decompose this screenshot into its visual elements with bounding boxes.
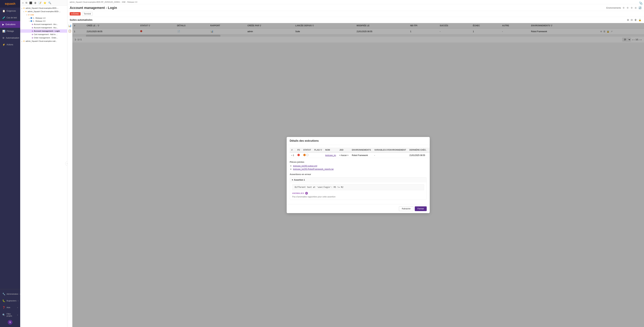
anomalies-label: ANOMALIES + <box>292 192 424 195</box>
pieces-jointes-section: Pièces jointes testcase_ko[35]-output.xm… <box>290 161 427 170</box>
tree-item-root2[interactable]: ▸ ★ admin_Squash Cloud-examples-BDD-... <box>20 10 67 13</box>
env-bar-label: Environnements <box>606 7 621 9</box>
tree-copy-button[interactable]: ⧉ <box>25 1 28 5</box>
tree-toolbar: + ⧉ ⬛ 🗑 📝 ⭐ 🔍 <box>20 0 67 6</box>
suites-delete-button[interactable]: 🗑 <box>634 18 637 22</box>
exec-col-jdd[interactable]: JDD <box>338 148 350 152</box>
sidebar-item-automatisation[interactable]: ⚙ Automatisation › <box>0 35 20 41</box>
exec-col-pj[interactable]: PJ <box>296 148 302 152</box>
sidebar-item-executions[interactable]: ▶ Exécutions <box>0 21 20 28</box>
tree-label-release20: 1 - Release 2.0 <box>33 20 46 22</box>
tree-item-release20[interactable]: ▾ 1 - Release 2.0 <box>20 20 67 23</box>
strip-icon-2[interactable]: 📋 <box>68 29 72 33</box>
page-header: Account management - Login Environnement… <box>67 4 644 11</box>
pilotage-icon: 📊 <box>2 30 5 33</box>
tree-search-button[interactable]: 🔍 <box>48 1 52 5</box>
sidebar-item-exigences[interactable]: 📋 Exigences <box>0 8 20 14</box>
modal-overlay: Détails des exécutions # PJ S <box>72 23 644 327</box>
tree-star-button[interactable]: ⭐ <box>43 1 47 5</box>
iter-icon-order: ◈ <box>32 37 33 39</box>
icon-strip: 📊 📋 <box>67 23 72 327</box>
sidebar-label-exigences: Exigences <box>6 10 16 12</box>
cycle-icon-r20 <box>30 20 32 22</box>
tree-item-cart[interactable]: ◈ Cart management - Add to ... <box>20 33 67 36</box>
tree-item-root3[interactable]: ▸ ★ admin_Squash Cloud-examples-nati... <box>20 40 67 43</box>
sidebar-item-cas-de-test[interactable]: 🧪 Cas de test <box>0 14 20 21</box>
tree-item-root1[interactable]: ▸ ★ admin_Squash Cloud-examples-BDD-... <box>20 7 67 10</box>
sidebar-item-actions[interactable]: ⚡ Actions <box>0 41 20 48</box>
iter-icon-1: ◈ <box>32 23 33 26</box>
logo: squash <box>0 0 20 8</box>
exec-col-env[interactable]: ENVIRONNEMENTS <box>350 148 372 152</box>
iter-icon-2: ◈ <box>32 27 33 29</box>
exec-col-derniere[interactable]: DERNIÈRE EXÉC. <box>408 148 428 152</box>
testcase-link[interactable]: testcase_ko <box>325 154 336 157</box>
file-link-1[interactable]: testcase_ko[35]-output.xml <box>293 165 317 167</box>
breadcrumb-sep2: › <box>126 1 127 3</box>
env-filter-button[interactable]: ⊞ <box>634 6 637 10</box>
exec-pj <box>296 152 302 158</box>
exec-statut <box>302 152 313 158</box>
env-settings-3-button[interactable]: ⚙ <box>630 6 633 10</box>
star-icon-r3: ★ <box>23 40 25 42</box>
tree-delete-button[interactable]: 🗑 <box>34 1 37 5</box>
modal-header: Détails des exécutions <box>287 137 430 145</box>
tree-item-order[interactable]: ◈ Order management - Order... <box>20 36 67 40</box>
sidebar-label-actions: Actions <box>6 44 13 46</box>
exigences-icon: 📋 <box>2 10 5 12</box>
tree-item-acct1[interactable]: ◈ Account management - Acc... <box>20 23 67 26</box>
termine-badge[interactable]: Terminé <box>82 12 93 16</box>
fermer-button[interactable]: Fermer <box>415 206 427 211</box>
exec-col-nom[interactable]: NOM <box>324 148 338 152</box>
tree-move-button[interactable]: ⬛ <box>28 1 33 5</box>
exec-status-red <box>298 154 300 156</box>
sidebar-item-aide[interactable]: ❓ Aide › <box>0 304 20 311</box>
assertion-header-1[interactable]: ▾ Assertion 1 <box>290 177 426 182</box>
breadcrumb-sep1: › <box>121 1 121 3</box>
tree-item-acct2[interactable]: ◈ Account management - Acc... <box>20 26 67 29</box>
tree-add-button[interactable]: + <box>22 1 24 5</box>
sidebar-item-administration[interactable]: 🔧 Administration › <box>0 291 20 297</box>
sidebar-item-bugtrackers[interactable]: 🐛 Bugtrackers › <box>0 297 20 304</box>
exec-col-flag[interactable]: FLAG ▽ <box>312 148 324 152</box>
expand-icon: ▸ <box>22 7 22 9</box>
modal-body: # PJ STATUT FLAG ▽ NOM JDD ENVIRONNEMENT… <box>287 145 430 204</box>
suites-filter-button[interactable]: ⊟ <box>630 18 633 22</box>
exec-col-statut[interactable]: STATUT <box>302 148 313 152</box>
tree-item-ihm[interactable]: ▾ 🏷 IHM <box>20 13 67 17</box>
attachment-icon[interactable]: 📎 <box>639 1 643 5</box>
env-settings-2-button[interactable]: ⚙ <box>626 6 629 10</box>
exec-col-vars[interactable]: VARIABLES D'ENVIRONNEMENT <box>373 148 408 152</box>
exec-col-num[interactable]: # <box>290 148 296 152</box>
chevron-right-icon-aide: › <box>17 306 18 308</box>
sidebar-label-aide: Aide <box>6 306 10 308</box>
exec-vars: - <box>373 152 408 158</box>
rafraichir-button[interactable]: Rafraîchir <box>399 206 414 211</box>
chevron-down-icon[interactable]: ▾ <box>291 154 292 156</box>
user-avatar[interactable]: S <box>8 320 12 325</box>
echec-badge[interactable]: ● Échec <box>70 12 81 16</box>
list-item: testcase_ko[35]-RobotFramework_reports.t… <box>293 168 427 170</box>
env-bar: Environnements ⚙ ⚙ ⚙ ⊞ 🔄 <box>606 6 642 10</box>
sidebar-item-pilotage[interactable]: 📊 Pilotage <box>0 28 20 35</box>
assertions-title: Assertions en erreur <box>290 173 427 176</box>
exec-jdd: < Aucun > <box>338 152 350 158</box>
tree-rename-button[interactable]: 📝 <box>38 1 42 5</box>
tree-content: ▸ ★ admin_Squash Cloud-examples-BDD-... … <box>20 6 67 327</box>
content-area: admin_Squash Cloud-examples-BDD-RF_20250… <box>67 0 644 327</box>
suites-lock-button[interactable]: 🔒 <box>638 18 642 22</box>
tree-item-release10[interactable]: ▸ 1 - Release 1.0 <box>20 17 67 20</box>
strip-icon-1[interactable]: 📊 <box>68 24 72 28</box>
file-link-2[interactable]: testcase_ko[35]-RobotFramework_reports.t… <box>293 168 334 170</box>
tree-label-acct2: Account management - Acc... <box>34 27 58 29</box>
tree-item-acct-login[interactable]: ◈ Account management - Login <box>20 29 67 33</box>
exec-col-temps[interactable]: TEMPS D'EXÉCUTION <box>428 148 430 152</box>
sidebar-item-filtre-projets[interactable]: 🔍 Filtre projets › <box>0 311 20 319</box>
suites-actions: ⊞ ⊟ 🗑 🔒 <box>627 18 642 22</box>
chevron-right-icon-bug: › <box>18 300 18 302</box>
env-refresh-button[interactable]: 🔄 <box>638 6 642 10</box>
exec-derniere: 21/01/2025 08:55 <box>408 152 428 158</box>
suites-columns-button[interactable]: ⊞ <box>627 18 629 22</box>
anomalies-add-button[interactable]: + <box>305 192 308 195</box>
env-settings-1-button[interactable]: ⚙ <box>622 6 625 10</box>
